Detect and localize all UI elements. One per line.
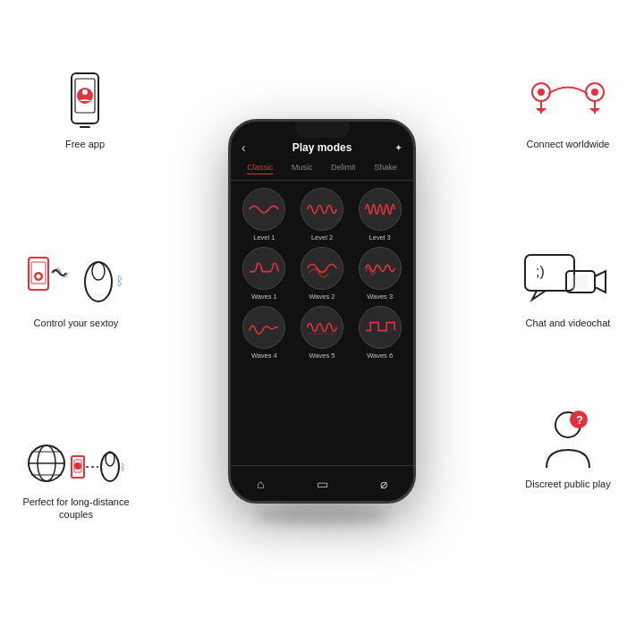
svg-text:?: ? bbox=[576, 413, 583, 427]
tab-shake[interactable]: Shake bbox=[374, 163, 397, 174]
waves4-label: Waves 4 bbox=[251, 352, 277, 360]
waves2-button[interactable] bbox=[301, 247, 343, 290]
phone-footer: ⌂ ▭ ⌀ bbox=[231, 465, 413, 501]
connect-label: Connect worldwide bbox=[527, 138, 610, 150]
level2-button[interactable] bbox=[301, 188, 343, 231]
waves2-label: Waves 2 bbox=[309, 292, 335, 301]
chat-label: Chat and videochat bbox=[526, 317, 611, 329]
back-arrow[interactable]: ‹ bbox=[242, 140, 246, 155]
svg-point-27 bbox=[591, 89, 598, 96]
feature-free-app: Free app bbox=[27, 72, 143, 150]
free-app-label: Free app bbox=[65, 138, 105, 150]
free-app-icon bbox=[63, 72, 107, 134]
phone-screen: ‹ Play modes ✦ Classic Music Delimit Sha… bbox=[231, 122, 413, 501]
feature-control: ᛒ Control your sextoy bbox=[18, 250, 134, 329]
tab-classic[interactable]: Classic bbox=[247, 163, 273, 174]
home-icon[interactable]: ⌂ bbox=[257, 477, 264, 491]
svg-point-10 bbox=[92, 262, 105, 280]
control-icon: ᛒ bbox=[27, 250, 125, 313]
svg-marker-32 bbox=[595, 271, 606, 292]
grid-item-waves2: Waves 2 bbox=[296, 247, 349, 301]
couple-label: Perfect for long-distance couples bbox=[18, 496, 134, 521]
level1-label: Level 1 bbox=[253, 233, 275, 242]
screen-title: Play modes bbox=[292, 141, 352, 154]
discreet-icon: ? bbox=[532, 411, 604, 474]
svg-text:;): ;) bbox=[536, 264, 545, 279]
svg-rect-31 bbox=[570, 275, 588, 289]
waves3-label: Waves 3 bbox=[367, 292, 393, 301]
waves3-button[interactable] bbox=[359, 247, 402, 290]
grid-item-waves3: Waves 3 bbox=[353, 247, 406, 301]
phone-notch bbox=[295, 122, 349, 138]
level3-button[interactable] bbox=[359, 188, 402, 231]
level1-button[interactable] bbox=[242, 188, 285, 231]
grid-item-level3: Level 3 bbox=[353, 188, 406, 242]
phone-shadow bbox=[255, 507, 389, 525]
chat-footer-icon[interactable]: ▭ bbox=[317, 477, 328, 491]
feature-chat: ;) Chat and videochat bbox=[510, 250, 626, 329]
grid-item-waves1: Waves 1 bbox=[238, 247, 291, 301]
svg-text:ᛒ: ᛒ bbox=[116, 274, 123, 288]
phone: ‹ Play modes ✦ Classic Music Delimit Sha… bbox=[228, 119, 416, 504]
svg-point-21 bbox=[101, 453, 119, 481]
waves1-button[interactable] bbox=[242, 247, 285, 290]
grid-item-waves6: Waves 6 bbox=[353, 306, 406, 360]
svg-point-8 bbox=[37, 274, 41, 278]
grid-item-waves5: Waves 5 bbox=[296, 306, 349, 360]
grid-item-waves4: Waves 4 bbox=[238, 306, 291, 360]
discreet-label: Discreet public play bbox=[525, 478, 610, 490]
profile-icon[interactable]: ⌀ bbox=[380, 477, 387, 491]
svg-point-4 bbox=[82, 89, 88, 95]
svg-text:ᛒ: ᛒ bbox=[120, 462, 125, 472]
couple-icon: ᛒ bbox=[27, 429, 125, 492]
chat-icon: ;) bbox=[523, 250, 613, 313]
svg-point-22 bbox=[106, 452, 114, 466]
waves4-button[interactable] bbox=[242, 306, 285, 349]
tab-delimit[interactable]: Delimit bbox=[331, 163, 356, 174]
waves6-label: Waves 6 bbox=[367, 352, 393, 360]
svg-point-9 bbox=[85, 262, 112, 301]
tabs-row: Classic Music Delimit Shake bbox=[231, 159, 413, 181]
tab-music[interactable]: Music bbox=[292, 163, 313, 174]
feature-discreet: ? Discreet public play bbox=[510, 411, 626, 490]
feature-connect: Connect worldwide bbox=[510, 72, 626, 150]
connect-icon bbox=[523, 72, 613, 134]
waves1-label: Waves 1 bbox=[251, 292, 277, 301]
control-label: Control your sextoy bbox=[34, 317, 119, 329]
waves5-button[interactable] bbox=[301, 306, 343, 349]
waves5-label: Waves 5 bbox=[309, 352, 335, 360]
svg-point-19 bbox=[74, 462, 81, 470]
phone-container: ‹ Play modes ✦ Classic Music Delimit Sha… bbox=[228, 119, 416, 525]
svg-point-25 bbox=[538, 89, 545, 96]
waves6-button[interactable] bbox=[359, 306, 402, 349]
grid-item-level1: Level 1 bbox=[238, 188, 291, 242]
feature-couple: ᛒ Perfect for long-distance couples bbox=[18, 429, 134, 521]
modes-grid: Level 1 Level 2 Level 3 bbox=[231, 181, 413, 367]
level2-label: Level 2 bbox=[311, 233, 333, 242]
level3-label: Level 3 bbox=[369, 233, 391, 242]
bt-icon: ✦ bbox=[394, 142, 402, 154]
grid-item-level2: Level 2 bbox=[296, 188, 349, 242]
